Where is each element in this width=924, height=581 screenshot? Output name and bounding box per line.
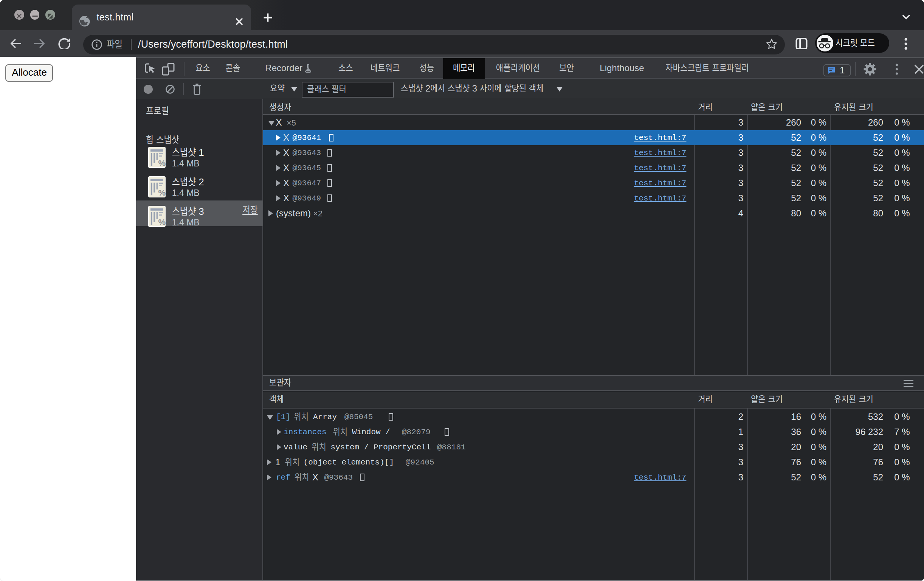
svg-text:%: % xyxy=(158,188,166,197)
svg-text:%: % xyxy=(158,217,166,227)
svg-text:%: % xyxy=(158,158,166,167)
